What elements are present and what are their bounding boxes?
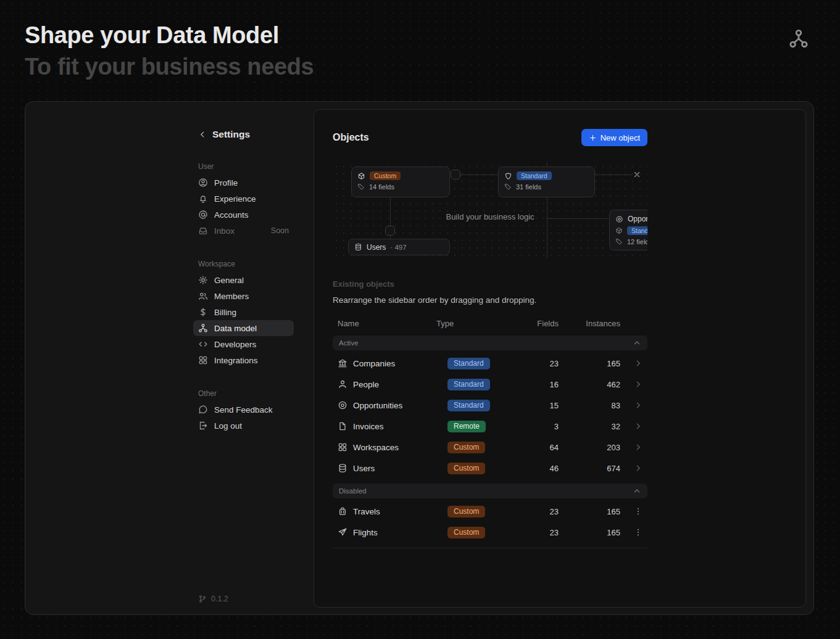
object-name: Users: [353, 464, 375, 473]
fields-label: 12 fields: [627, 238, 647, 245]
canvas-port[interactable]: [385, 226, 395, 236]
chevron-right-icon[interactable]: [634, 443, 642, 451]
sidebar-item-profile[interactable]: Profile: [193, 175, 294, 191]
instances-count: 462: [559, 380, 620, 389]
objects-title: Objects: [333, 132, 369, 143]
plane-icon: [338, 527, 347, 537]
table-group: Active Companies Standard 23 165 People …: [333, 336, 647, 479]
node-label: Users: [367, 243, 386, 252]
fields-count: 16: [513, 380, 559, 389]
group-header[interactable]: Active: [333, 336, 647, 350]
chevron-up-icon[interactable]: [633, 339, 641, 347]
type-badge: Custom: [447, 442, 485, 453]
canvas-node-users[interactable]: Users 497: [348, 239, 450, 255]
table-row[interactable]: Flights Custom 23 165: [333, 522, 647, 543]
sidebar-sections: User Profile Experience Accounts Inbox S…: [193, 162, 294, 434]
tag-icon: [504, 183, 512, 191]
fields-count: 15: [513, 401, 559, 410]
sidebar-item-developers[interactable]: Developers: [193, 336, 294, 352]
instances-count: 165: [559, 528, 620, 537]
canvas-edge: [460, 175, 498, 175]
cube-icon: [357, 172, 365, 180]
table-row[interactable]: Opportunities Standard 15 83: [333, 395, 647, 416]
sidebar-item-label: Inbox: [214, 226, 265, 236]
object-name: Opportunities: [353, 401, 402, 410]
canvas-node-custom[interactable]: Custom 14 fields: [351, 167, 450, 197]
group-label: Active: [339, 339, 358, 347]
instances-count: 83: [559, 401, 620, 410]
gear-icon: [198, 275, 208, 285]
close-icon[interactable]: [633, 170, 641, 179]
sidebar-item-send-feedback[interactable]: Send Feedback: [193, 402, 294, 418]
fields-count: 64: [513, 443, 559, 452]
type-badge: Custom: [370, 171, 401, 180]
chevron-right-icon[interactable]: [634, 380, 642, 389]
grid-icon: [198, 355, 208, 365]
fields-count: 46: [513, 464, 559, 473]
table-row[interactable]: Companies Standard 23 165: [333, 353, 647, 374]
canvas-port[interactable]: [451, 170, 460, 179]
column-fields: Fields: [513, 319, 559, 328]
group-header[interactable]: Disabled: [333, 484, 647, 498]
object-name: Workspaces: [353, 443, 399, 452]
git-branch-icon: [198, 595, 207, 603]
canvas-edge: [547, 218, 609, 219]
object-canvas[interactable]: Custom 14 fields Standard: [333, 163, 647, 258]
chevron-left-icon: [198, 130, 207, 139]
chevron-right-icon[interactable]: [634, 422, 642, 431]
fields-count: 3: [513, 422, 559, 431]
logout-icon: [198, 421, 208, 431]
table-divider: [333, 548, 647, 548]
existing-objects-heading: Existing objects: [333, 279, 647, 289]
sidebar-item-label: Integrations: [214, 356, 289, 365]
table-row[interactable]: Travels Custom 23 165: [333, 501, 647, 522]
table-row[interactable]: Invoices Remote 3 32: [333, 416, 647, 437]
code-icon: [198, 339, 208, 349]
chevron-right-icon[interactable]: [634, 359, 642, 368]
sidebar-item-label: Developers: [214, 340, 289, 349]
column-name: Name: [338, 319, 436, 328]
row-menu-icon[interactable]: [634, 528, 642, 537]
sidebar-item-label: Billing: [214, 308, 289, 317]
row-menu-icon[interactable]: [634, 507, 642, 516]
group-label: Disabled: [339, 487, 367, 495]
chevron-right-icon[interactable]: [634, 401, 642, 410]
table-row[interactable]: People Standard 16 462: [333, 374, 647, 395]
sidebar-item-billing[interactable]: Billing: [193, 304, 294, 320]
sidebar-item-label: Log out: [214, 421, 289, 431]
share-icon: [198, 323, 208, 333]
objects-table: Active Companies Standard 23 165 People …: [333, 336, 647, 543]
users-two-icon: [198, 291, 208, 301]
canvas-node-standard[interactable]: Standard 31 fields: [498, 167, 595, 197]
table-header: Name Type Fields Instances: [333, 317, 647, 329]
node-count: 497: [390, 244, 406, 251]
sidebar-item-accounts[interactable]: Accounts: [193, 207, 294, 223]
column-type: Type: [436, 319, 513, 328]
sidebar-item-members[interactable]: Members: [193, 288, 294, 304]
table-row[interactable]: Workspaces Custom 64 203: [333, 437, 647, 458]
luggage-icon: [338, 506, 347, 516]
sidebar-item-label: General: [214, 276, 289, 285]
settings-title: Settings: [212, 129, 250, 140]
canvas-node-opportunities[interactable]: Opportunities Standard 12 fields: [609, 210, 647, 250]
sidebar-item-data-model[interactable]: Data model: [193, 320, 294, 336]
sidebar-item-experience[interactable]: Experience: [193, 191, 294, 207]
settings-back[interactable]: Settings: [198, 128, 294, 141]
at-icon: [198, 210, 208, 220]
fields-label: 14 fields: [369, 183, 394, 191]
sidebar-item-label: Profile: [214, 178, 289, 188]
sidebar-item-integrations[interactable]: Integrations: [193, 352, 294, 368]
soon-badge: Soon: [271, 226, 289, 235]
target-icon: [615, 215, 623, 223]
table-row[interactable]: Users Custom 46 674: [333, 458, 647, 479]
sidebar-item-log-out[interactable]: Log out: [193, 418, 294, 434]
type-badge: Custom: [447, 506, 485, 517]
chevron-right-icon[interactable]: [634, 464, 642, 472]
new-object-button[interactable]: New object: [581, 129, 647, 146]
bank-icon: [338, 358, 347, 368]
sidebar-item-inbox[interactable]: Inbox Soon: [193, 223, 294, 239]
chevron-up-icon[interactable]: [633, 487, 641, 495]
type-badge: Standard: [627, 226, 647, 235]
sidebar-item-general[interactable]: General: [193, 272, 294, 288]
sidebar-item-label: Data model: [214, 324, 289, 333]
